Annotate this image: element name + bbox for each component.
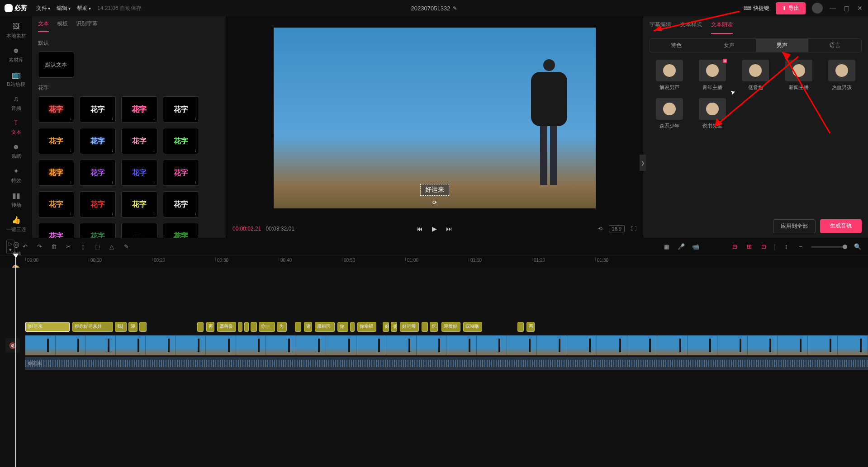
text-clip[interactable]: 好 <box>383 322 389 332</box>
video-track[interactable]: 🔇 <box>25 335 868 355</box>
text-clip[interactable]: 祝你好运来好 <box>72 322 113 332</box>
text-clip[interactable]: 愿祖国 <box>315 322 335 332</box>
text-clip[interactable]: 好运带 <box>400 322 419 332</box>
voice-低音炮[interactable]: 低音炮 <box>738 60 773 91</box>
fancy-text-preset[interactable]: 花字↓ <box>121 96 157 123</box>
freeze-button[interactable]: ⬚ <box>93 243 101 250</box>
subtitle-overlay[interactable]: 好运来 <box>420 184 449 196</box>
nav-贴纸[interactable]: ☻贴纸 <box>0 139 32 163</box>
fancy-text-preset[interactable]: 花字↓ <box>38 223 74 238</box>
text-clip[interactable]: 你一 <box>259 322 275 332</box>
text-clip[interactable]: 诸 <box>304 322 312 332</box>
text-clip[interactable]: 迎 <box>128 322 138 332</box>
split-button[interactable]: ✂ <box>64 243 72 250</box>
fancy-text-preset[interactable]: 花字↓ <box>80 160 116 186</box>
voice-新闻主播[interactable]: 新闻主播 <box>781 60 816 91</box>
maximize-button[interactable]: ▢ <box>843 5 850 12</box>
nav-音频[interactable]: ♫音频 <box>0 91 32 115</box>
text-clip[interactable]: 扬 <box>391 322 397 332</box>
nav-本地素材[interactable]: 🖼本地素材 <box>0 19 32 43</box>
zoom-slider[interactable] <box>811 246 847 248</box>
track-mode-3[interactable]: ⊡ <box>759 243 768 250</box>
fancy-text-preset[interactable]: 花字↓ <box>80 191 116 217</box>
fancy-text-preset[interactable]: 花字↓ <box>121 160 157 186</box>
nav-转场[interactable]: ▮▮转场 <box>0 188 32 212</box>
aspect-ratio[interactable]: 16:9 <box>609 225 625 232</box>
text-clip[interactable] <box>251 322 257 332</box>
fancy-text-preset[interactable]: 花字↓ <box>163 96 199 123</box>
panel-collapse-icon[interactable]: ❯ <box>640 155 646 171</box>
timeline-tracks[interactable]: ❮ |好运来祝你好运来好我|迎再愿善良你一为诸愿祖国你你幸福好扬好运带忆迎着好叹… <box>0 268 868 467</box>
tab-text-style[interactable]: 文本样式 <box>680 21 702 34</box>
text-clip[interactable]: |好运来 <box>25 322 70 332</box>
nav-一键三连[interactable]: 👍一键三连 <box>0 212 32 236</box>
text-clip[interactable] <box>422 322 428 332</box>
play-button[interactable]: ▶ <box>432 225 437 232</box>
video-preview[interactable]: 好运来 ⟳ <box>274 28 596 208</box>
fancy-text-preset[interactable]: 花字↓ <box>38 160 74 186</box>
voice-cat-featured[interactable]: 特色 <box>650 39 703 52</box>
export-button[interactable]: ⬆ 导出 <box>776 2 806 14</box>
fancy-text-preset[interactable]: 花字↓ <box>163 191 199 217</box>
voice-cat-male[interactable]: 男声 <box>756 39 809 52</box>
undo-button[interactable]: ↶ <box>21 243 29 250</box>
nav-素材库[interactable]: ☻素材库 <box>0 43 32 67</box>
text-clip[interactable]: 再 <box>526 322 535 332</box>
apply-all-button[interactable]: 应用到全部 <box>773 219 816 233</box>
menu-help[interactable]: 帮助 ▾ <box>77 5 91 12</box>
redo-button[interactable]: ↷ <box>35 243 43 250</box>
text-clip[interactable]: 叹咻咻 <box>463 322 482 332</box>
text-clip[interactable]: 我| <box>115 322 127 332</box>
text-clip[interactable] <box>350 322 355 332</box>
minimize-button[interactable]: — <box>829 5 836 12</box>
audio-track[interactable]: 好运来 <box>25 357 868 370</box>
tab-text[interactable]: 文本 <box>38 20 49 32</box>
refresh-icon[interactable]: ⟳ <box>432 199 437 206</box>
mute-button[interactable]: 🔇 <box>5 338 20 353</box>
text-clip[interactable] <box>238 322 242 332</box>
tab-template[interactable]: 模板 <box>57 20 68 32</box>
tab-subtitle-recognize[interactable]: 识别字幕 <box>76 20 98 32</box>
fullscreen-icon[interactable]: ⛶ <box>631 226 636 232</box>
video-clip[interactable] <box>25 335 868 355</box>
voice-说书先生[interactable]: 说书先生 <box>694 98 730 129</box>
voice-解说男声[interactable]: 解说男声 <box>651 60 687 91</box>
fancy-text-preset[interactable]: 花字↓ <box>38 96 74 123</box>
hotkey-button[interactable]: ⌨ 快捷键 <box>744 5 769 12</box>
zoom-out-button[interactable]: − <box>797 243 805 250</box>
fancy-text-preset[interactable]: 花字↓ <box>163 223 199 238</box>
text-clip[interactable]: 迎着好 <box>441 322 460 332</box>
close-button[interactable]: ✕ <box>856 5 863 12</box>
record-button[interactable]: 📹 <box>692 243 700 250</box>
loop-icon[interactable]: ⟲ <box>598 226 602 232</box>
voice-cat-language[interactable]: 语言 <box>808 39 861 52</box>
fancy-text-preset[interactable]: 花字↓ <box>80 223 116 238</box>
next-button[interactable]: ⏭ <box>446 225 452 232</box>
grid-button[interactable]: △ <box>108 243 116 250</box>
user-avatar[interactable] <box>812 3 823 14</box>
nav-文本[interactable]: T文本 <box>0 115 32 139</box>
track-mode-2[interactable]: ⊞ <box>745 243 753 250</box>
tab-text-read[interactable]: 文本朗读 <box>711 21 733 34</box>
zoom-in-button[interactable]: 🔍 <box>854 243 862 250</box>
fancy-text-preset[interactable]: 花字↓ <box>80 96 116 123</box>
text-clip[interactable] <box>197 322 204 332</box>
timeline-ruler[interactable]: 00:0000:1000:2000:3000:4000:5001:0001:10… <box>25 256 868 268</box>
text-clip[interactable]: 再 <box>206 322 214 332</box>
text-clip[interactable]: 忆 <box>430 322 438 332</box>
fancy-text-preset[interactable]: 花字↓ <box>121 223 157 238</box>
voice-cat-female[interactable]: 女声 <box>703 39 756 52</box>
text-clip[interactable] <box>295 322 301 332</box>
text-clip[interactable]: 你 <box>337 322 348 332</box>
eyedrop-button[interactable]: ✎ <box>122 243 130 250</box>
fancy-text-preset[interactable]: 花字↓ <box>121 191 157 217</box>
track-mode-1[interactable]: ⊟ <box>730 243 739 250</box>
menu-edit[interactable]: 编辑 ▾ <box>57 5 71 12</box>
edit-icon[interactable]: ✎ <box>453 5 457 11</box>
fancy-text-preset[interactable]: 花字↓ <box>80 128 116 154</box>
crop-button[interactable]: ▯ <box>79 243 87 250</box>
playhead[interactable] <box>15 256 16 467</box>
fancy-text-preset[interactable]: 花字↓ <box>163 128 199 154</box>
text-clip[interactable]: 你幸福 <box>357 322 376 332</box>
menu-file[interactable]: 文件 ▾ <box>36 5 50 12</box>
